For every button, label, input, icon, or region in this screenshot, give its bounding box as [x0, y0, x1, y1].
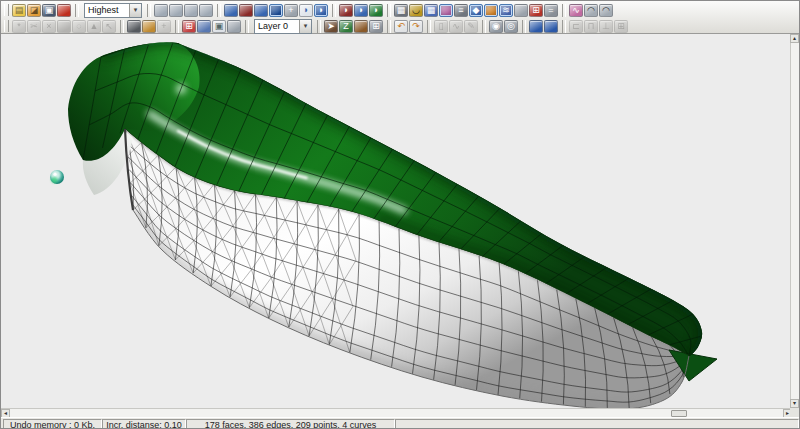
rope-select-icon: ◌	[76, 22, 81, 31]
view-pan-button[interactable]	[224, 4, 238, 17]
status-bar: Undo memory : 0 Kb. Incr. distanse: 0.10…	[1, 417, 800, 429]
curve-edit-icon: ∿	[452, 22, 460, 31]
view-perspective-icon: ◗	[303, 6, 308, 15]
material-editor-icon: ⊞	[532, 6, 540, 15]
select-rope-button[interactable]	[184, 4, 198, 17]
frame-bottom-icon: ⊥	[602, 22, 610, 31]
curve-tool-button[interactable]: ∿	[569, 4, 583, 17]
render-button[interactable]	[57, 4, 71, 17]
rope-select-button: ◌	[72, 20, 86, 33]
line-display-button[interactable]: ≡	[454, 4, 468, 17]
wireframe-display-icon: ▦	[427, 6, 436, 15]
curl-tool-1-button[interactable]: ◠	[584, 4, 598, 17]
mirror-b-icon: ◎	[507, 22, 515, 31]
curl-tool-2-icon: ◠	[602, 6, 610, 15]
main-toolbar: ▤◪▣Highest▾+◗◗◗◗◗▦◡▦≡◆≋⊞=∿◠◠ *✂×◌▲↖+⊞▣La…	[1, 1, 800, 34]
delete-tool-icon: ×	[46, 22, 51, 31]
toolbar-separator	[387, 20, 391, 33]
toolbar-separator	[482, 20, 486, 33]
terrain-tool-icon: ▲	[90, 22, 99, 31]
redo-button[interactable]: ↷	[409, 20, 423, 33]
view-front-button[interactable]: ◗	[314, 4, 328, 17]
mirror-a-button[interactable]: ◉	[489, 20, 503, 33]
layer-panel-icon: ▣	[215, 22, 224, 31]
frame-grid-icon: ⊞	[617, 22, 625, 31]
rope-draw-button[interactable]: ◡	[409, 4, 423, 17]
viewport-3d[interactable]	[1, 34, 792, 408]
layer-panel-button[interactable]: ▣	[212, 20, 226, 33]
view-rotate-button[interactable]	[239, 4, 253, 17]
select-rect-button[interactable]	[169, 4, 183, 17]
dropdown-arrow-icon[interactable]: ▾	[299, 20, 311, 33]
magnet-tool-button: *	[12, 20, 26, 33]
shield-b-button[interactable]	[544, 20, 558, 33]
view-side-button[interactable]: ◗	[354, 4, 368, 17]
select-connected-button[interactable]	[199, 4, 213, 17]
material-editor-button[interactable]: ⊞	[529, 4, 543, 17]
lock-closed-button[interactable]	[127, 20, 141, 33]
horizontal-scrollbar[interactable]: ◂ ▸	[1, 408, 792, 417]
toolbar-row-1: ▤◪▣Highest▾+◗◗◗◗◗▦◡▦≡◆≋⊞=∿◠◠	[3, 2, 614, 18]
open-file-icon: ◪	[30, 6, 39, 15]
view-fit-button[interactable]	[269, 4, 283, 17]
toolbar-separator	[427, 20, 431, 33]
wireframe-display-button[interactable]: ▦	[424, 4, 438, 17]
undo-button[interactable]: ↶	[394, 20, 408, 33]
view-perspective-button[interactable]: ◗	[299, 4, 313, 17]
frame-top-button: ⊓	[584, 20, 598, 33]
quality-dropdown[interactable]: Highest▾	[84, 3, 142, 18]
bend-tool-button: ↖	[102, 20, 116, 33]
view-maximize-button[interactable]: +	[284, 4, 298, 17]
view-front-icon: ◗	[318, 6, 323, 15]
face-display-button[interactable]: ◆	[469, 4, 483, 17]
smooth-display-button[interactable]: ≋	[499, 4, 513, 17]
layer-dropdown[interactable]: Layer 0▾	[254, 19, 312, 34]
pen-edit-button: ✎	[464, 20, 478, 33]
object-order-button[interactable]: Z	[339, 20, 353, 33]
lock-open-button[interactable]	[142, 20, 156, 33]
view-back-button[interactable]: ◗	[369, 4, 383, 17]
horizontal-scroll-thumb[interactable]	[671, 410, 687, 417]
shield-a-button[interactable]	[529, 20, 543, 33]
save-file-button[interactable]: ▣	[42, 4, 56, 17]
dropdown-arrow-icon[interactable]: ▾	[129, 4, 141, 17]
vertical-scrollbar[interactable]: ▴ ▾	[790, 34, 799, 408]
backface-display-button[interactable]	[514, 4, 528, 17]
hull-canvas[interactable]	[1, 34, 792, 408]
show-grid-button[interactable]: ▦	[394, 4, 408, 17]
delete-tool-button: ×	[42, 20, 56, 33]
view-maximize-icon: +	[288, 6, 293, 15]
select-tool-button[interactable]	[154, 4, 168, 17]
snap-equal-button[interactable]: =	[544, 4, 558, 17]
redo-icon: ↷	[412, 22, 420, 31]
frame-top-icon: ⊓	[587, 22, 594, 31]
curl-tool-2-button[interactable]: ◠	[599, 4, 613, 17]
view-top-button[interactable]: ◗	[339, 4, 353, 17]
object-info-button[interactable]: ⊞	[369, 20, 383, 33]
smooth-display-icon: ≋	[502, 6, 510, 15]
object-paint-button[interactable]	[354, 20, 368, 33]
toolbar-grip[interactable]	[4, 4, 9, 16]
save-file-icon: ▣	[45, 6, 54, 15]
toolbar-separator	[317, 20, 321, 33]
vertex-display-button[interactable]	[439, 4, 453, 17]
layer-move-button[interactable]	[197, 20, 211, 33]
texture-display-button[interactable]	[484, 4, 498, 17]
object-pick-button[interactable]: ➤	[324, 20, 338, 33]
scroll-up-icon[interactable]: ▴	[790, 34, 799, 43]
open-file-button[interactable]: ◪	[27, 4, 41, 17]
quality-dropdown-value: Highest	[85, 5, 129, 15]
pen-edit-icon: ✎	[467, 22, 475, 31]
new-document-button[interactable]: ▤	[12, 4, 26, 17]
layer-settings-button[interactable]	[227, 20, 241, 33]
layer-add-button[interactable]: ⊞	[182, 20, 196, 33]
frame-left-button: ⊏	[569, 20, 583, 33]
frame-grid-button: ⊞	[614, 20, 628, 33]
mirror-b-button[interactable]: ◎	[504, 20, 518, 33]
scroll-down-icon[interactable]: ▾	[790, 399, 799, 408]
view-zoom-button[interactable]	[254, 4, 268, 17]
toolbar-grip[interactable]	[4, 20, 9, 32]
mirror-a-icon: ◉	[492, 22, 500, 31]
frame-bottom-button: ⊥	[599, 20, 613, 33]
object-order-icon: Z	[343, 22, 349, 31]
